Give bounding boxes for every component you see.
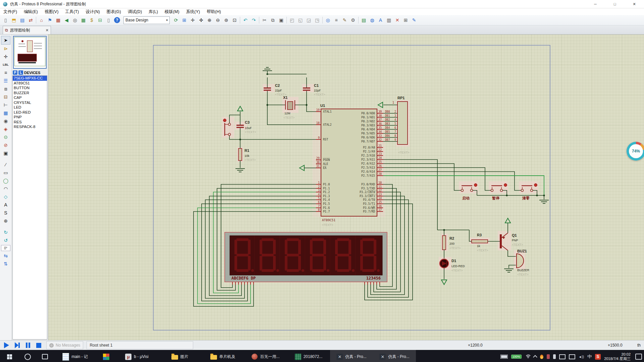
notes-icon[interactable]: ▯ bbox=[104, 16, 113, 24]
design-selector-dropdown[interactable]: Base Design▾ bbox=[123, 16, 170, 24]
circle-2d-tool[interactable]: ◯ bbox=[1, 177, 10, 185]
paste-icon[interactable]: ▣ bbox=[277, 16, 285, 24]
menu-item-1[interactable]: 文件(F) bbox=[0, 9, 20, 15]
resistor-body[interactable] bbox=[442, 236, 446, 250]
design-explorer-icon[interactable]: ▦ bbox=[79, 16, 88, 24]
text-2d-tool[interactable]: A bbox=[1, 201, 10, 209]
graph-tool[interactable]: ▦ bbox=[1, 109, 10, 117]
symbol-2d-tool[interactable]: S bbox=[1, 209, 10, 217]
menu-item-3[interactable]: 视图(V) bbox=[41, 9, 62, 15]
crystal-body[interactable] bbox=[287, 102, 293, 110]
save-project-icon[interactable]: ▤ bbox=[18, 16, 26, 24]
find-part-icon[interactable]: ◍ bbox=[368, 16, 376, 24]
button-terminal[interactable] bbox=[500, 189, 503, 192]
zoom-in-icon[interactable]: ⊕ bbox=[205, 16, 214, 24]
line-2d-tool[interactable]: ∕ bbox=[1, 161, 10, 169]
device-item-at89c51[interactable]: AT89C51 bbox=[13, 81, 47, 86]
block-copy-icon[interactable]: ◰ bbox=[288, 16, 296, 24]
device-item-buzzer[interactable]: BUZZER bbox=[13, 90, 47, 96]
tab-close-icon[interactable]: ✕ bbox=[46, 28, 49, 33]
clock[interactable]: 20:022018/7/4 星期三 bbox=[604, 352, 631, 361]
schematic-canvas[interactable]: 19XTAL118XTAL29RST29P̅S̅E̅N̅30ALE31E̅A̅1… bbox=[48, 35, 644, 340]
pcb-layout-icon[interactable]: ▦ bbox=[54, 16, 62, 24]
output-terminal-d1[interactable] bbox=[441, 280, 447, 285]
simulate-icon[interactable]: ⊟ bbox=[96, 16, 104, 24]
zoom-out-icon[interactable]: ⊖ bbox=[214, 16, 222, 24]
terminal-tool[interactable]: ⊟ bbox=[1, 93, 10, 101]
button-cap[interactable] bbox=[504, 184, 507, 187]
assign-icon[interactable]: ≡ bbox=[332, 16, 340, 24]
menu-item-9[interactable]: 模版(M) bbox=[161, 9, 183, 15]
ea-terminal[interactable] bbox=[300, 165, 304, 171]
edit-sheet-icon[interactable]: ✎ bbox=[410, 16, 418, 24]
wire-label-tool[interactable]: LBL bbox=[1, 61, 10, 69]
design-list-icon[interactable]: ▤ bbox=[360, 16, 368, 24]
config-icon[interactable]: ⚙ bbox=[349, 16, 357, 24]
power-terminal-q1[interactable] bbox=[505, 218, 511, 223]
device-pin-tool[interactable]: ⊢ bbox=[1, 101, 10, 109]
new-file-icon[interactable]: ▯ bbox=[1, 16, 10, 24]
block-delete-icon[interactable]: ◳ bbox=[313, 16, 321, 24]
task-spreadsheet[interactable]: 2018072... bbox=[287, 350, 330, 362]
home-page-icon[interactable]: ⌂ bbox=[37, 16, 46, 24]
task-view-button[interactable] bbox=[36, 350, 54, 362]
wire-p23[interactable] bbox=[383, 160, 437, 230]
simulation-stop-button[interactable] bbox=[34, 342, 43, 349]
new-sheet-icon[interactable]: ▥ bbox=[385, 16, 393, 24]
task-proteus-1[interactable]: ✕仿真 - Pro... bbox=[330, 350, 373, 362]
ime-indicator[interactable]: 中 bbox=[587, 354, 592, 360]
tab-schematic[interactable]: ⧉ 原理图绘制 ✕ bbox=[3, 26, 51, 34]
generator-tool[interactable]: ◈ bbox=[1, 125, 10, 133]
menu-item-2[interactable]: 编辑(E) bbox=[20, 9, 41, 15]
menu-item-7[interactable]: 调试(D) bbox=[124, 9, 145, 15]
wifi-icon[interactable] bbox=[525, 355, 530, 359]
marker-2d-tool[interactable]: ⊕ bbox=[1, 217, 10, 225]
schematic-preview-thumbnail[interactable] bbox=[13, 36, 47, 69]
tray-expand-icon[interactable] bbox=[533, 355, 537, 359]
box-2d-tool[interactable]: ▭ bbox=[1, 169, 10, 177]
simulation-play-button[interactable] bbox=[2, 342, 11, 349]
import-project-icon[interactable]: ⇄ bbox=[26, 16, 35, 24]
sogou-input-icon[interactable]: S bbox=[595, 354, 601, 360]
power-terminal-reset[interactable] bbox=[237, 106, 243, 111]
sort-icon[interactable]: A bbox=[376, 16, 385, 24]
device-item-cap[interactable]: CAP bbox=[13, 95, 47, 100]
cut-icon[interactable]: ✂ bbox=[260, 16, 269, 24]
speaker-icon[interactable]: ◄)) bbox=[579, 355, 584, 359]
simulation-pause-button[interactable] bbox=[23, 342, 32, 349]
voltage-probe-tool[interactable]: ⊙ bbox=[1, 133, 10, 141]
gerber-icon[interactable]: ◎ bbox=[71, 16, 79, 24]
simulation-step-button[interactable] bbox=[13, 342, 21, 349]
task-browser[interactable]: 百无一用... bbox=[244, 350, 287, 362]
refresh-icon[interactable]: ⟳ bbox=[172, 16, 180, 24]
bus-tool[interactable]: ☰ bbox=[1, 77, 10, 85]
menu-item-11[interactable]: 帮助(H) bbox=[203, 9, 224, 15]
transistor-base-bar[interactable] bbox=[500, 234, 502, 248]
schematic-capture-icon[interactable]: ⚑ bbox=[46, 16, 54, 24]
path-2d-tool[interactable]: ◇ bbox=[1, 193, 10, 201]
arc-2d-tool[interactable]: ◠ bbox=[1, 185, 10, 193]
button-terminal[interactable] bbox=[471, 189, 473, 192]
menu-item-6[interactable]: 图表(G) bbox=[103, 9, 124, 15]
menu-item-4[interactable]: 工具(T) bbox=[62, 9, 82, 15]
tape-recorder-tool[interactable]: ◉ bbox=[1, 117, 10, 125]
task-uvision[interactable]: μb - μVisi bbox=[115, 350, 158, 362]
button-terminal[interactable] bbox=[461, 189, 464, 192]
property-icon[interactable]: ✎ bbox=[340, 16, 349, 24]
maximize-button[interactable]: □ bbox=[605, 0, 625, 8]
remove-sheet-icon[interactable]: ✕ bbox=[393, 16, 401, 24]
rotate-cw-tool[interactable]: ↻ bbox=[1, 228, 10, 236]
grid-toggle-icon[interactable]: ⊞ bbox=[180, 16, 189, 24]
mirror-v-tool[interactable]: ⇅ bbox=[1, 260, 10, 268]
button-terminal[interactable] bbox=[491, 189, 493, 192]
redo-icon[interactable]: ↷ bbox=[250, 16, 258, 24]
button-cap[interactable] bbox=[534, 184, 537, 187]
instrument-tool[interactable]: ▣ bbox=[1, 149, 10, 157]
button-cap[interactable] bbox=[223, 119, 226, 122]
minimize-button[interactable]: ─ bbox=[586, 0, 605, 8]
device-item-led[interactable]: LED bbox=[13, 105, 47, 110]
copy-icon[interactable]: ⧉ bbox=[269, 16, 277, 24]
close-button[interactable]: ✕ bbox=[625, 0, 644, 8]
task-folder-pictures[interactable]: 图片 bbox=[158, 350, 201, 362]
block-rotate-icon[interactable]: ◲ bbox=[305, 16, 313, 24]
